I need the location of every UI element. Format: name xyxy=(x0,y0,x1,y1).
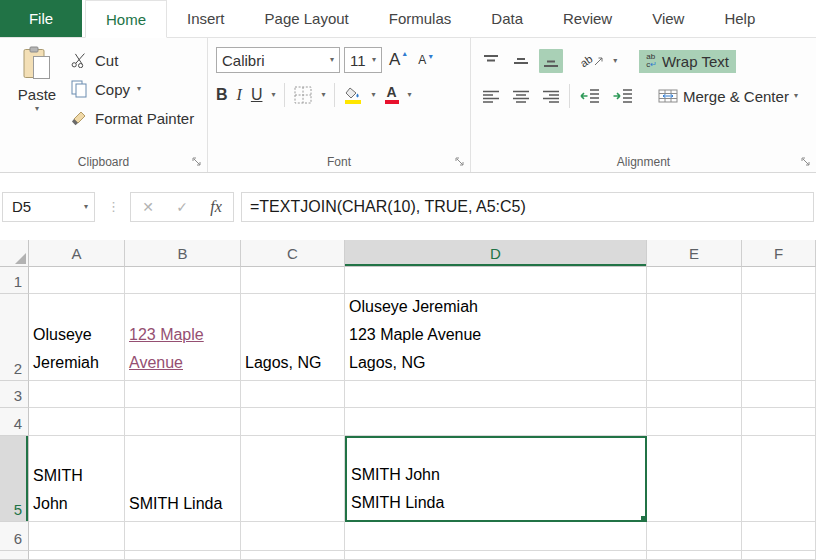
cell-C5[interactable] xyxy=(241,436,345,522)
tab-page-layout[interactable]: Page Layout xyxy=(245,0,369,37)
font-color-dropdown-caret[interactable]: ▾ xyxy=(408,91,412,99)
tab-data[interactable]: Data xyxy=(471,0,543,37)
bottom-align-button[interactable] xyxy=(539,49,563,73)
paste-dropdown-caret[interactable]: ▾ xyxy=(35,105,39,113)
tab-formulas[interactable]: Formulas xyxy=(369,0,472,37)
col-header-D[interactable]: D xyxy=(345,240,647,267)
cell-F5[interactable] xyxy=(742,436,816,522)
tab-help[interactable]: Help xyxy=(704,0,775,37)
cell-E7[interactable] xyxy=(647,551,742,560)
align-center-button[interactable] xyxy=(509,86,533,107)
cell-F4[interactable] xyxy=(742,408,816,436)
cell-A1[interactable] xyxy=(29,267,125,294)
row-header-1[interactable]: 1 xyxy=(0,267,29,294)
cell-C1[interactable] xyxy=(241,267,345,294)
copy-dropdown-caret[interactable]: ▾ xyxy=(137,85,141,93)
underline-dropdown-caret[interactable]: ▾ xyxy=(271,91,275,99)
cell-F3[interactable] xyxy=(742,381,816,408)
font-size-combo[interactable]: 11 ▾ xyxy=(344,47,382,73)
middle-align-button[interactable] xyxy=(509,49,533,73)
borders-button[interactable] xyxy=(294,86,312,104)
col-header-B[interactable]: B xyxy=(125,240,241,267)
clipboard-dialog-launcher[interactable] xyxy=(191,156,203,168)
cell-E2[interactable] xyxy=(647,294,742,381)
col-header-A[interactable]: A xyxy=(29,240,125,267)
merge-center-dropdown-caret[interactable]: ▾ xyxy=(794,92,798,100)
cell-C6[interactable] xyxy=(241,522,345,551)
cell-A2[interactable]: Oluseye Jeremiah xyxy=(29,294,125,381)
font-dialog-launcher[interactable] xyxy=(454,156,466,168)
cell-C2[interactable]: Lagos, NG xyxy=(241,294,345,381)
font-color-button[interactable]: A xyxy=(385,86,399,104)
cell-B5[interactable]: SMITH Linda xyxy=(125,436,241,522)
align-right-button[interactable] xyxy=(539,86,563,107)
tab-home[interactable]: Home xyxy=(85,0,167,38)
italic-button[interactable]: I xyxy=(237,86,242,104)
cell-A7[interactable] xyxy=(29,551,125,560)
cell-D3[interactable] xyxy=(345,381,647,408)
alignment-dialog-launcher[interactable] xyxy=(800,156,812,168)
tab-review[interactable]: Review xyxy=(543,0,632,37)
align-left-button[interactable] xyxy=(479,86,503,107)
cell-D4[interactable] xyxy=(345,408,647,436)
cancel-icon[interactable]: ✕ xyxy=(142,199,154,215)
borders-dropdown-caret[interactable]: ▾ xyxy=(321,91,325,99)
copy-button[interactable]: Copy ▾ xyxy=(70,77,194,101)
cell-D7[interactable] xyxy=(345,551,647,560)
cell-E5[interactable] xyxy=(647,436,742,522)
cell-C7[interactable] xyxy=(241,551,345,560)
cell-D2[interactable]: Oluseye Jeremiah 123 Maple Avenue Lagos,… xyxy=(345,294,647,381)
cell-E1[interactable] xyxy=(647,267,742,294)
underline-button[interactable]: U xyxy=(251,86,263,104)
row-header-3[interactable]: 3 xyxy=(0,381,29,408)
row-header-5[interactable]: 5 xyxy=(0,436,29,522)
font-name-combo[interactable]: Calibri ▾ xyxy=(216,47,340,73)
cut-button[interactable]: Cut xyxy=(70,48,194,72)
tab-insert[interactable]: Insert xyxy=(167,0,245,37)
orientation-button[interactable]: ab xyxy=(577,52,607,70)
increase-indent-button[interactable] xyxy=(609,85,636,107)
wrap-text-button[interactable]: abc↵ Wrap Text xyxy=(639,50,736,73)
cell-D6[interactable] xyxy=(345,522,647,551)
format-painter-button[interactable]: Format Painter xyxy=(70,106,194,130)
cell-D1[interactable] xyxy=(345,267,647,294)
top-align-button[interactable] xyxy=(479,49,503,73)
orientation-dropdown-caret[interactable]: ▾ xyxy=(613,57,617,65)
cell-D5-selected[interactable]: SMITH John SMITH Linda xyxy=(345,436,647,522)
cell-F7[interactable] xyxy=(742,551,816,560)
cell-F2[interactable] xyxy=(742,294,816,381)
select-all-corner[interactable] xyxy=(0,240,29,267)
row-header-6[interactable]: 6 xyxy=(0,522,29,551)
bold-button[interactable]: B xyxy=(216,86,228,104)
cell-C4[interactable] xyxy=(241,408,345,436)
cell-B1[interactable] xyxy=(125,267,241,294)
col-header-F[interactable]: F xyxy=(742,240,816,267)
cell-F1[interactable] xyxy=(742,267,816,294)
cell-C3[interactable] xyxy=(241,381,345,408)
tab-view[interactable]: View xyxy=(632,0,704,37)
cell-E3[interactable] xyxy=(647,381,742,408)
formula-input[interactable]: =TEXTJOIN(CHAR(10), TRUE, A5:C5) xyxy=(241,192,814,222)
cell-E6[interactable] xyxy=(647,522,742,551)
cell-B2[interactable]: 123 Maple Avenue xyxy=(125,294,241,381)
paste-button[interactable]: Paste ▾ xyxy=(8,44,66,150)
shrink-font-button[interactable]: A ▼ xyxy=(415,53,437,67)
tab-file[interactable]: File xyxy=(0,0,82,37)
cell-F6[interactable] xyxy=(742,522,816,551)
col-header-E[interactable]: E xyxy=(647,240,742,267)
cell-A3[interactable] xyxy=(29,381,125,408)
cell-B4[interactable] xyxy=(125,408,241,436)
name-box-caret[interactable]: ▾ xyxy=(84,203,88,211)
decrease-indent-button[interactable] xyxy=(576,85,603,107)
cell-A4[interactable] xyxy=(29,408,125,436)
cell-B7[interactable] xyxy=(125,551,241,560)
cell-A6[interactable] xyxy=(29,522,125,551)
cell-B6[interactable] xyxy=(125,522,241,551)
cell-E4[interactable] xyxy=(647,408,742,436)
fill-color-dropdown-caret[interactable]: ▾ xyxy=(371,91,375,99)
row-header-7-partial[interactable] xyxy=(0,551,29,560)
fill-color-button[interactable] xyxy=(344,87,362,104)
grow-font-button[interactable]: A ▲ xyxy=(386,50,411,70)
cell-B3[interactable] xyxy=(125,381,241,408)
insert-function-button[interactable]: fx xyxy=(210,198,222,216)
